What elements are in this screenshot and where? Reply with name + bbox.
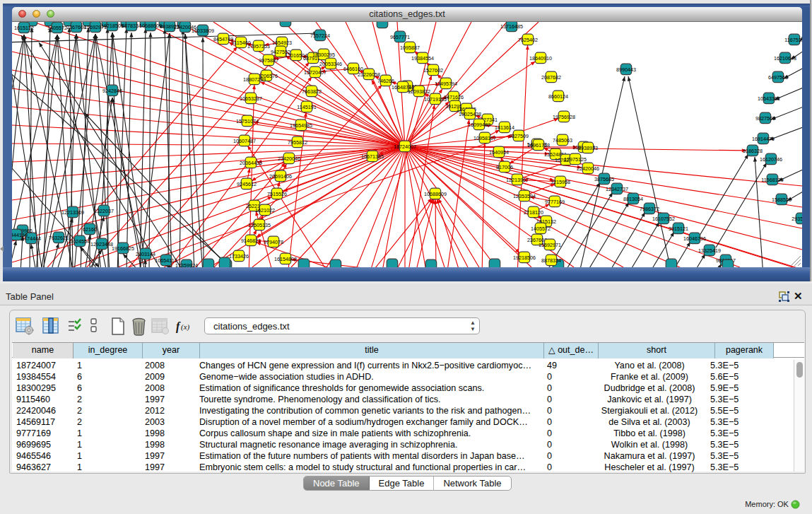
svg-text:1413614: 1413614: [495, 124, 514, 131]
svg-text:19654985: 19654985: [290, 122, 312, 129]
svg-text:17957253: 17957253: [247, 43, 270, 49]
svg-text:20691406: 20691406: [269, 173, 292, 180]
svg-text:23226058: 23226058: [358, 71, 380, 78]
svg-text:8454749: 8454749: [213, 36, 233, 42]
svg-text:1621022: 1621022: [255, 207, 275, 214]
svg-text:8813054: 8813054: [623, 196, 643, 202]
svg-text:17359924: 17359924: [175, 262, 198, 268]
svg-text:9975887: 9975887: [259, 57, 278, 64]
svg-text:1527602: 1527602: [423, 67, 443, 74]
svg-text:9242848: 9242848: [102, 88, 122, 94]
svg-text:3875685: 3875685: [594, 176, 614, 182]
svg-text:3915121: 3915121: [669, 226, 688, 232]
svg-text:8186328: 8186328: [743, 148, 763, 154]
svg-text:8471626: 8471626: [444, 94, 464, 100]
svg-text:9827509: 9827509: [509, 133, 529, 139]
svg-text:16914479: 16914479: [752, 136, 775, 142]
svg-text:10671385: 10671385: [361, 153, 384, 160]
svg-text:8938923: 8938923: [578, 145, 598, 151]
svg-text:13716485: 13716485: [500, 23, 523, 30]
svg-text:746266: 746266: [377, 78, 394, 84]
svg-text:9146821: 9146821: [241, 238, 261, 244]
svg-text:12505135: 12505135: [248, 222, 271, 228]
svg-text:1588520: 1588520: [772, 197, 792, 203]
svg-text:1145191: 1145191: [297, 104, 316, 110]
svg-text:23420046: 23420046: [278, 156, 300, 162]
svg-text:12342737: 12342737: [606, 186, 628, 192]
svg-text:12975125: 12975125: [564, 156, 587, 163]
svg-text:8878334: 8878334: [541, 257, 561, 264]
svg-text:1095887: 1095887: [400, 45, 420, 51]
svg-text:12923448: 12923448: [90, 241, 113, 247]
svg-text:10958107: 10958107: [473, 135, 496, 141]
svg-text:13495794: 13495794: [435, 81, 457, 87]
svg-text:18724007: 18724007: [394, 144, 416, 150]
svg-text:3215958: 3215958: [551, 179, 570, 185]
svg-text:16107552: 16107552: [652, 216, 675, 222]
svg-text:1167533: 1167533: [784, 37, 802, 43]
svg-text:f: f: [176, 320, 181, 333]
svg-text:15720407: 15720407: [304, 69, 326, 76]
svg-text:20364436: 20364436: [240, 160, 262, 166]
svg-text:8660124: 8660124: [548, 93, 568, 100]
svg-text:7357224: 7357224: [310, 33, 330, 39]
svg-text:7663822: 7663822: [302, 88, 322, 95]
svg-text:15692971: 15692971: [539, 242, 561, 248]
svg-text:16033809: 16033809: [192, 28, 214, 34]
svg-text:11568129: 11568129: [761, 177, 783, 183]
svg-text:16961758: 16961758: [527, 142, 550, 148]
svg-text:19166825: 19166825: [112, 245, 134, 252]
svg-text:9777169: 9777169: [545, 199, 565, 205]
svg-text:10653287: 10653287: [240, 95, 262, 102]
svg-text:2087682: 2087682: [541, 74, 561, 81]
svg-text:1405572: 1405572: [531, 226, 551, 232]
svg-text:1733426: 1733426: [229, 253, 249, 259]
svg-text:20053346: 20053346: [319, 61, 342, 67]
svg-text:16154808: 16154808: [274, 256, 297, 262]
svg-text:9794078: 9794078: [264, 239, 283, 245]
svg-text:817006: 817006: [496, 164, 513, 170]
svg-text:15751074: 15751074: [236, 118, 259, 124]
svg-text:16120746: 16120746: [760, 156, 782, 163]
svg-text:1405572: 1405572: [47, 25, 67, 31]
svg-text:9827505: 9827505: [755, 115, 775, 122]
svg-text:1640954: 1640954: [489, 149, 509, 156]
svg-text:7485063: 7485063: [553, 137, 572, 144]
svg-text:9657771: 9657771: [390, 34, 410, 40]
svg-text:7625402: 7625402: [518, 37, 538, 43]
svg-text:10688609: 10688609: [424, 191, 447, 197]
svg-text:1322037: 1322037: [94, 208, 114, 214]
svg-text:19384554: 19384554: [411, 55, 434, 62]
svg-text:18807299: 18807299: [243, 76, 266, 83]
svg-text:19218506: 19218506: [101, 23, 124, 29]
svg-text:3024554: 3024554: [70, 238, 90, 245]
svg-text:19218506: 19218506: [513, 255, 536, 261]
svg-text:1615132: 1615132: [14, 25, 34, 31]
svg-text:2803144: 2803144: [136, 251, 155, 257]
svg-text:62160: 62160: [83, 226, 97, 233]
svg-text:2718120: 2718120: [524, 209, 543, 216]
svg-text:13325419: 13325419: [698, 247, 721, 254]
svg-text:12353594: 12353594: [513, 193, 536, 199]
svg-text:16099483: 16099483: [468, 122, 490, 128]
svg-text:1654923: 1654923: [272, 40, 292, 46]
svg-text:12213967: 12213967: [506, 177, 529, 183]
svg-text:16046796: 16046796: [683, 235, 706, 242]
svg-text:7515526: 7515526: [267, 191, 287, 197]
svg-text:18640910: 18640910: [529, 55, 552, 62]
svg-text:12213369: 12213369: [61, 209, 84, 216]
svg-text:8878334: 8878334: [122, 23, 141, 29]
svg-text:12093832: 12093832: [408, 88, 430, 95]
svg-text:16210643: 16210643: [774, 55, 796, 62]
svg-text:9245612: 9245612: [237, 181, 257, 187]
svg-text:19756928: 19756928: [553, 114, 575, 120]
svg-text:2935114: 2935114: [792, 216, 802, 222]
svg-text:8990443: 8990443: [616, 66, 636, 73]
svg-text:18300295: 18300295: [312, 52, 335, 58]
svg-text:10607487: 10607487: [233, 138, 256, 144]
svg-text:7986372: 7986372: [640, 206, 659, 212]
svg-text:10654112: 10654112: [155, 257, 177, 264]
svg-text:(x): (x): [181, 322, 190, 332]
svg-text:2367608: 2367608: [66, 24, 86, 30]
svg-text:12444159: 12444159: [12, 232, 28, 238]
